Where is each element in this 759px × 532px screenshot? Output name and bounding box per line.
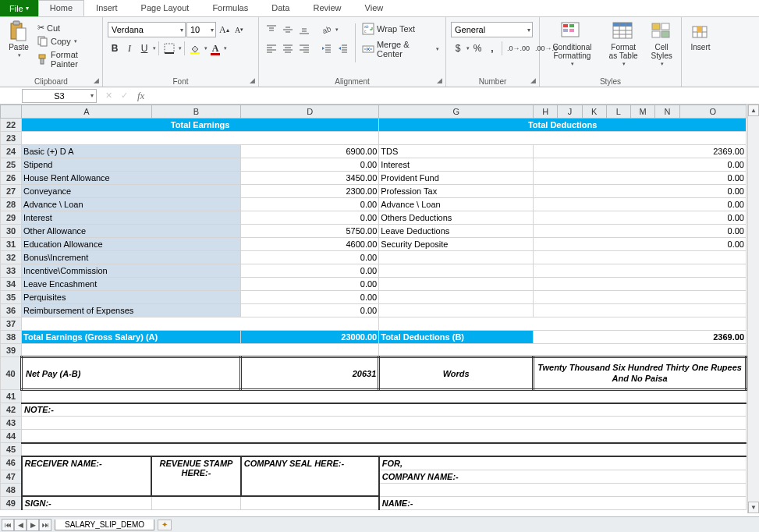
cell[interactable] xyxy=(379,251,534,264)
scroll-up-icon[interactable]: ▲ xyxy=(748,105,759,116)
cell[interactable]: Basic (+) D A xyxy=(22,145,241,158)
cell[interactable]: Twenty Thousand Six Hundred Thirty One R… xyxy=(534,357,747,390)
cell[interactable]: 4600.00 xyxy=(241,238,379,251)
cell[interactable]: Total Earnings (Gross Salary) (A) xyxy=(22,331,241,344)
tab-review[interactable]: Review xyxy=(301,0,353,16)
chevron-down-icon[interactable]: ▾ xyxy=(179,45,182,51)
cell[interactable]: 0.00 xyxy=(241,211,379,225)
increase-indent-button[interactable] xyxy=(335,41,350,56)
cell[interactable]: 0.00 xyxy=(241,264,379,278)
row-header[interactable]: 25 xyxy=(1,158,22,172)
chevron-down-icon[interactable]: ▾ xyxy=(224,45,227,51)
percent-button[interactable]: % xyxy=(470,41,484,56)
formula-input[interactable] xyxy=(147,89,759,103)
cut-button[interactable]: ✂Cut xyxy=(36,22,98,34)
cell[interactable] xyxy=(379,317,747,331)
cell[interactable]: 0.00 xyxy=(534,158,747,172)
currency-button[interactable]: $ xyxy=(451,41,465,56)
col-header[interactable]: G xyxy=(379,105,534,119)
row-header[interactable]: 29 xyxy=(1,211,22,225)
cell[interactable]: Bonus\Increment xyxy=(22,251,241,264)
row-header[interactable]: 35 xyxy=(1,291,22,304)
tab-formulas[interactable]: Formulas xyxy=(200,0,260,16)
cell[interactable]: COMPANY SEAL HERE:- xyxy=(241,456,379,497)
row-header[interactable]: 46 xyxy=(1,456,22,470)
cell[interactable] xyxy=(22,443,747,456)
increase-font-button[interactable]: A▴ xyxy=(217,22,232,37)
tab-data[interactable]: Data xyxy=(260,0,301,16)
align-left-button[interactable] xyxy=(264,41,279,56)
row-header[interactable]: 41 xyxy=(1,390,22,403)
cell[interactable] xyxy=(379,344,747,357)
align-middle-button[interactable] xyxy=(280,22,296,37)
row-header[interactable]: 28 xyxy=(1,198,22,211)
enter-formula-icon[interactable]: ✓ xyxy=(117,89,131,103)
cell[interactable] xyxy=(534,304,747,317)
cell[interactable]: 20631 xyxy=(241,357,379,390)
cell[interactable]: NOTE:- xyxy=(22,403,747,417)
cell[interactable]: 0.00 xyxy=(241,304,379,317)
borders-button[interactable] xyxy=(161,41,177,56)
cell[interactable]: Perquisites xyxy=(22,291,241,304)
cell[interactable]: Total Deductions (B) xyxy=(379,331,534,344)
row-header[interactable]: 32 xyxy=(1,251,22,264)
cell[interactable]: COMPANY NAME:- xyxy=(379,470,747,483)
paste-button[interactable]: Paste ▾ xyxy=(5,19,33,60)
cell[interactable]: 0.00 xyxy=(241,278,379,291)
cell[interactable]: 0.00 xyxy=(534,238,747,251)
cell[interactable]: 3450.00 xyxy=(241,172,379,185)
cell[interactable]: Provident Fund xyxy=(379,172,534,185)
cell[interactable]: 0.00 xyxy=(241,158,379,172)
row-header[interactable]: 31 xyxy=(1,238,22,251)
row-header[interactable]: 33 xyxy=(1,264,22,278)
align-right-button[interactable] xyxy=(296,41,312,56)
cell[interactable] xyxy=(379,483,747,496)
chevron-down-icon[interactable]: ▾ xyxy=(466,45,470,51)
row-header[interactable]: 36 xyxy=(1,304,22,317)
cell[interactable] xyxy=(22,317,379,331)
cell[interactable] xyxy=(22,344,379,357)
copy-button[interactable]: Copy▾ xyxy=(36,35,98,48)
align-bottom-button[interactable] xyxy=(296,22,312,37)
name-box[interactable]: S3▾ xyxy=(22,89,97,103)
cell[interactable]: Interest xyxy=(379,158,534,172)
row-header[interactable]: 30 xyxy=(1,225,22,238)
underline-button[interactable]: U xyxy=(137,41,151,56)
cell[interactable]: Profession Tax xyxy=(379,185,534,198)
format-as-table-button[interactable]: Format as Table▾ xyxy=(603,19,644,69)
cell[interactable]: Conveyance xyxy=(22,185,241,198)
row-header[interactable]: 24 xyxy=(1,145,22,158)
row-header[interactable]: 44 xyxy=(1,430,22,443)
bold-button[interactable]: B xyxy=(108,41,122,56)
vertical-scrollbar[interactable]: ▲ ▼ xyxy=(747,105,759,513)
col-header[interactable]: H xyxy=(534,105,558,119)
cell[interactable] xyxy=(379,132,747,145)
cell[interactable]: 5750.00 xyxy=(241,225,379,238)
col-header[interactable]: J xyxy=(558,105,582,119)
scroll-down-icon[interactable]: ▼ xyxy=(748,502,759,513)
cell[interactable] xyxy=(534,278,747,291)
cell[interactable]: House Rent Allowance xyxy=(22,172,241,185)
merge-center-button[interactable]: Merge & Center▾ xyxy=(360,39,441,59)
cell[interactable]: Total Earnings xyxy=(22,119,379,132)
row-header[interactable]: 47 xyxy=(1,470,22,483)
cell[interactable] xyxy=(241,496,379,510)
font-size-select[interactable]: 10▾ xyxy=(186,22,216,37)
cell[interactable]: Words xyxy=(379,357,534,390)
italic-button[interactable]: I xyxy=(122,41,137,56)
col-header[interactable]: L xyxy=(606,105,630,119)
cell[interactable]: Interest xyxy=(22,211,241,225)
font-color-button[interactable]: A xyxy=(208,41,222,56)
cell[interactable] xyxy=(534,291,747,304)
col-header[interactable]: N xyxy=(655,105,679,119)
dialog-launcher-icon[interactable]: ◢ xyxy=(91,76,101,85)
cell[interactable] xyxy=(22,430,747,443)
tab-insert[interactable]: Insert xyxy=(84,0,129,16)
insert-cells-button[interactable]: Insert xyxy=(686,19,715,53)
cell[interactable]: Advance \ Loan xyxy=(22,198,241,211)
cell[interactable] xyxy=(22,417,747,430)
worksheet-grid[interactable]: A B D G H J K L M N O 22Total EarningsTo… xyxy=(0,105,747,510)
row-header[interactable]: 49 xyxy=(1,496,22,510)
cell[interactable]: FOR, xyxy=(379,456,747,470)
row-header[interactable]: 27 xyxy=(1,185,22,198)
